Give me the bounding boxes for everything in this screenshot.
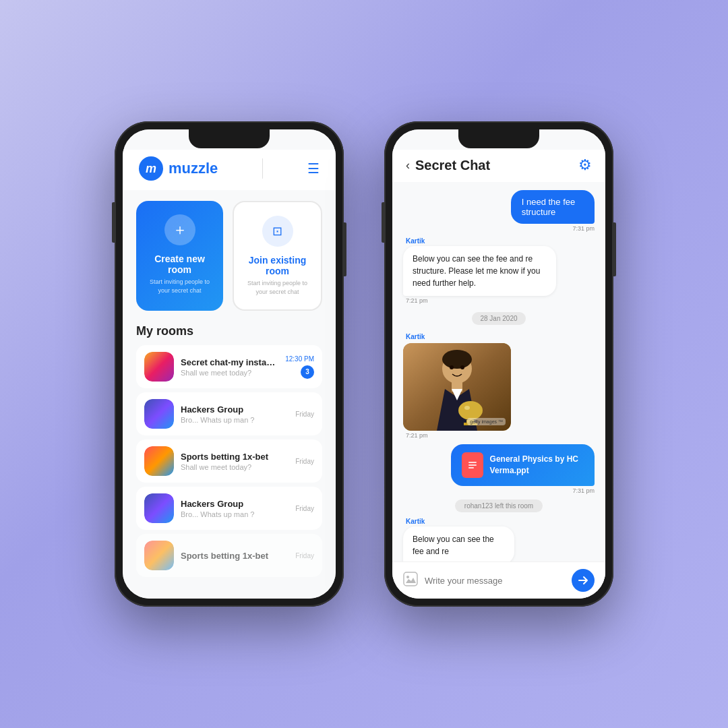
svg-point-3 bbox=[450, 365, 454, 369]
my-rooms-section: My rooms Secret chat-my instagram fan fo… bbox=[123, 322, 336, 585]
room-5-info: Sports betting 1x-bet bbox=[181, 551, 289, 561]
phones-container: m muzzle ☰ ＋ Create new room Start invit… bbox=[115, 121, 613, 607]
msg-image-wrapper: Kartik bbox=[403, 333, 511, 439]
svg-point-2 bbox=[442, 350, 472, 369]
hamburger-icon[interactable]: ☰ bbox=[307, 160, 320, 177]
room-1-time: 12:30 PM bbox=[285, 355, 314, 363]
svg-point-4 bbox=[460, 365, 464, 369]
room-5-name: Sports betting 1x-bet bbox=[181, 551, 289, 561]
svg-rect-13 bbox=[468, 467, 474, 468]
msg-time-received-1: 7:21 pm bbox=[406, 297, 428, 304]
messages-area[interactable]: I need the fee structure 7:31 pm Kartik … bbox=[392, 182, 605, 562]
ppt-icon bbox=[462, 452, 483, 478]
plus-icon: ＋ bbox=[164, 214, 195, 245]
phone-2-inner: ‹ Secret Chat ⚙ I need the fee structure… bbox=[392, 129, 605, 599]
message-input[interactable] bbox=[425, 576, 565, 586]
msg-received-1-wrapper: Kartik Below you can see the fee and re … bbox=[403, 237, 595, 304]
svg-rect-14 bbox=[404, 572, 417, 586]
room-1-badge: 3 bbox=[301, 365, 314, 379]
phone-1: m muzzle ☰ ＋ Create new room Start invit… bbox=[115, 121, 344, 607]
svg-point-15 bbox=[406, 576, 409, 578]
muzzle-header: m muzzle ☰ bbox=[123, 150, 336, 190]
msg-received-2: Below you can see the fee and re bbox=[403, 526, 514, 562]
msg-sender-1: Kartik bbox=[406, 237, 425, 245]
room-3-preview: Shall we meet today? bbox=[181, 463, 289, 471]
msg-sent-1: I need the fee structure bbox=[511, 190, 595, 224]
muzzle-logo-text: muzzle bbox=[169, 160, 218, 177]
msg-sender-2: Kartik bbox=[406, 518, 425, 525]
avatar-sports-2 bbox=[144, 541, 174, 570]
notch-1 bbox=[189, 129, 270, 148]
create-room-card[interactable]: ＋ Create new room Start inviting people … bbox=[136, 201, 223, 311]
msg-time-sent-1: 7:31 pm bbox=[572, 225, 595, 232]
room-5-meta: Friday bbox=[295, 552, 314, 559]
room-4-preview: Bro... Whats up man ? bbox=[181, 510, 289, 518]
room-1-name: Secret chat-my instagram fan following bbox=[181, 357, 278, 367]
join-icon: ⊡ bbox=[262, 216, 293, 247]
msg-received-1: Below you can see the fee and re structu… bbox=[403, 246, 556, 296]
header-divider bbox=[262, 158, 263, 179]
phone-2: ‹ Secret Chat ⚙ I need the fee structure… bbox=[384, 121, 613, 607]
msg-received-2-wrapper: Kartik Below you can see the fee and re bbox=[403, 518, 542, 562]
chat-title: Secret Chat bbox=[415, 158, 490, 173]
system-msg: rohan123 left this room bbox=[455, 499, 543, 512]
avatar-hackers-1 bbox=[144, 399, 174, 429]
room-item-4[interactable]: Hackers Group Bro... Whats up man ? Frid… bbox=[136, 487, 322, 530]
room-2-name: Hackers Group bbox=[181, 404, 289, 415]
join-room-title: Join existing room bbox=[243, 255, 311, 276]
action-cards: ＋ Create new room Start inviting people … bbox=[123, 190, 336, 322]
create-room-subtitle: Start inviting people to your secret cha… bbox=[146, 278, 214, 295]
msg-image-sender: Kartik bbox=[406, 333, 511, 340]
room-item-2[interactable]: Hackers Group Bro... Whats up man ? Frid… bbox=[136, 392, 322, 435]
room-2-meta: Friday bbox=[295, 411, 314, 418]
date-divider-1: 28 Jan 2020 bbox=[403, 312, 595, 325]
join-room-subtitle: Start inviting people to your secret cha… bbox=[243, 279, 311, 296]
join-room-card[interactable]: ⊡ Join existing room Start inviting peop… bbox=[233, 201, 322, 311]
attach-icon[interactable] bbox=[403, 572, 418, 590]
msg-time-image: 7:21 pm bbox=[406, 432, 511, 439]
phone-1-inner: m muzzle ☰ ＋ Create new room Start invit… bbox=[123, 129, 336, 599]
svg-rect-12 bbox=[468, 464, 477, 466]
notch-2 bbox=[458, 129, 539, 148]
chat-header: ‹ Secret Chat ⚙ bbox=[392, 150, 605, 182]
svg-point-9 bbox=[464, 406, 470, 410]
chat-input-bar bbox=[392, 562, 605, 599]
room-2-time: Friday bbox=[295, 411, 314, 418]
room-3-name: Sports betting 1x-bet bbox=[181, 452, 289, 462]
room-3-time: Friday bbox=[295, 458, 314, 465]
room-4-meta: Friday bbox=[295, 505, 314, 512]
avatar-sports-1 bbox=[144, 446, 174, 476]
room-item-3[interactable]: Sports betting 1x-bet Shall we meet toda… bbox=[136, 439, 322, 483]
svg-rect-11 bbox=[468, 462, 477, 463]
chat-image: getty images ™ bbox=[403, 343, 511, 431]
room-2-preview: Bro... Whats up man ? bbox=[181, 416, 289, 424]
settings-icon[interactable]: ⚙ bbox=[578, 156, 592, 174]
room-5-time: Friday bbox=[295, 552, 314, 559]
msg-sent-1-wrapper: I need the fee structure 7:31 pm bbox=[483, 190, 595, 232]
avatar-hackers-2 bbox=[144, 493, 174, 523]
muzzle-screen: m muzzle ☰ ＋ Create new room Start invit… bbox=[123, 129, 336, 599]
muzzle-logo-icon: m bbox=[139, 156, 163, 181]
room-item-1[interactable]: Secret chat-my instagram fan following S… bbox=[136, 345, 322, 388]
avatar-ig bbox=[144, 352, 174, 382]
msg-file-wrapper: General Physics by HC Verma.ppt 7:31 pm bbox=[415, 444, 595, 494]
room-4-time: Friday bbox=[295, 505, 314, 512]
file-bubble: General Physics by HC Verma.ppt bbox=[451, 444, 595, 486]
chat-screen: ‹ Secret Chat ⚙ I need the fee structure… bbox=[392, 129, 605, 599]
room-1-meta: 12:30 PM 3 bbox=[285, 355, 314, 379]
svg-point-6 bbox=[458, 401, 483, 420]
chat-header-left: ‹ Secret Chat bbox=[406, 158, 490, 173]
room-3-meta: Friday bbox=[295, 458, 314, 465]
room-item-5[interactable]: Sports betting 1x-bet Friday bbox=[136, 534, 322, 577]
room-4-info: Hackers Group Bro... Whats up man ? bbox=[181, 499, 289, 518]
back-button[interactable]: ‹ bbox=[406, 158, 410, 173]
room-3-info: Sports betting 1x-bet Shall we meet toda… bbox=[181, 452, 289, 471]
room-1-info: Secret chat-my instagram fan following S… bbox=[181, 357, 278, 377]
system-msg-wrapper: rohan123 left this room bbox=[403, 499, 595, 512]
file-name: General Physics by HC Verma.ppt bbox=[490, 454, 584, 477]
image-watermark: getty images ™ bbox=[467, 418, 506, 425]
send-button[interactable] bbox=[572, 569, 595, 592]
my-rooms-title: My rooms bbox=[136, 324, 322, 338]
create-room-title: Create new room bbox=[146, 253, 214, 275]
room-4-name: Hackers Group bbox=[181, 499, 289, 509]
